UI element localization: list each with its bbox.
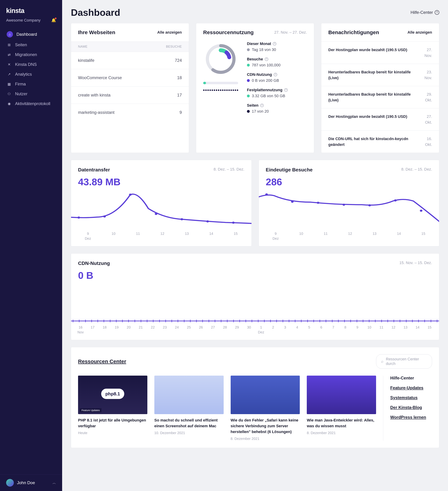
resource-center-card: Ressourcen Center ⌕ Ressourcen Center du… xyxy=(71,347,439,448)
nav-item-seiten[interactable]: ⊞Seiten xyxy=(3,40,59,50)
resource-link[interactable]: Feature-Updates xyxy=(390,385,432,390)
usage-stat: Dieser Monat?Tag 18 von 30 xyxy=(247,41,307,52)
resource-search-input[interactable]: ⌕ Ressourcen Center durch xyxy=(376,354,432,368)
nav-icon: ✕ xyxy=(7,62,11,67)
usage-donut xyxy=(203,41,238,76)
svg-point-5 xyxy=(103,215,106,217)
nav-item-kinsta-dns[interactable]: ✕Kinsta DNS xyxy=(3,59,59,69)
nav-icon: ⇄ xyxy=(7,52,11,57)
info-icon[interactable]: ? xyxy=(274,73,277,76)
article-card[interactable]: Wie du den Fehler „Safari kann keine sic… xyxy=(231,376,300,441)
article-card[interactable]: So machst du schnell und effizient einen… xyxy=(154,376,224,441)
nav-icon: ⚇ xyxy=(7,91,11,96)
usage-stat: Festplattennutzung?3.32 GB von 50 GB xyxy=(247,88,307,98)
nav: ⌂Dashboard⊞Seiten⇄Migrationen✕Kinsta DNS… xyxy=(0,27,62,474)
usage-stat: Besuche?787 von 100,000 xyxy=(247,57,307,67)
resource-link[interactable]: Der Kinsta-Blog xyxy=(390,405,432,410)
nav-item-firma[interactable]: ▦Firma xyxy=(3,79,59,89)
help-icon: ? xyxy=(435,10,439,15)
svg-point-12 xyxy=(291,201,294,203)
site-row[interactable]: kinstalife724 xyxy=(71,52,189,69)
pages-dots xyxy=(203,89,238,91)
resource-center-title[interactable]: Ressourcen Center xyxy=(78,359,126,364)
article-card[interactable]: php8.1Feature UpdatesPHP 8.1 ist jetzt f… xyxy=(78,376,147,441)
uniques-card: Eindeutige Besuche 8. Dez. – 15. Dez. 28… xyxy=(259,160,439,246)
info-icon[interactable]: ? xyxy=(284,88,288,92)
company-name[interactable]: Awesome Company xyxy=(6,18,40,23)
svg-point-9 xyxy=(206,220,209,222)
avatar xyxy=(6,479,14,487)
bell-icon[interactable]: 🔔 xyxy=(51,18,56,23)
svg-point-13 xyxy=(317,202,319,204)
usage-card: Ressourcennutzung 27. Nov. – 27. Dez. xyxy=(196,23,314,153)
site-row[interactable]: create with kinsta17 xyxy=(71,86,189,104)
nav-icon: ⌂ xyxy=(7,31,13,38)
nav-item-analytics[interactable]: ↗Analytics xyxy=(3,69,59,79)
svg-point-6 xyxy=(129,193,132,196)
transfer-card: Datentransfer 8. Dez. – 15. Dez. 43.89 M… xyxy=(71,160,252,246)
svg-point-17 xyxy=(420,210,422,212)
notifications-title: Benachrichtigungen xyxy=(328,29,379,35)
uniques-date: 8. Dez. – 15. Dez. xyxy=(401,167,432,172)
svg-point-16 xyxy=(394,199,397,201)
search-icon: ⌕ xyxy=(381,359,384,364)
notification-row[interactable]: Die CDN-URL hat sich für kinstacdn-keycd… xyxy=(321,131,439,153)
info-icon[interactable]: ? xyxy=(273,42,276,46)
notification-row[interactable]: Herunterladbares Backup bereit für kinst… xyxy=(321,64,439,86)
resource-link[interactable]: WordPress lernen xyxy=(390,415,432,420)
site-row[interactable]: marketing-assistant9 xyxy=(71,104,189,121)
transfer-chart xyxy=(71,189,251,228)
info-icon[interactable]: ? xyxy=(265,57,268,61)
help-center-link[interactable]: Hilfe-Center ? xyxy=(411,10,439,15)
uniques-title: Eindeutige Besuche xyxy=(266,167,313,173)
resource-link[interactable]: Hilfe-Center xyxy=(390,376,432,380)
usage-stat: CDN-Nutzung?0 B von 200 GB xyxy=(247,72,307,83)
svg-point-15 xyxy=(368,204,371,207)
cdn-value: 0 B xyxy=(71,266,439,283)
svg-point-14 xyxy=(342,204,345,206)
page-title: Dashboard xyxy=(71,7,120,18)
user-row[interactable]: John Doe ︿ xyxy=(0,474,62,491)
col-visits: BESUCHE xyxy=(166,45,182,48)
nav-icon: ▦ xyxy=(7,82,11,86)
usage-stat: Seiten?17 von 20 xyxy=(247,103,307,114)
nav-icon: ↗ xyxy=(7,72,11,77)
sites-all-link[interactable]: Alle anzeigen xyxy=(157,30,182,35)
nav-item-aktivitätenprotokoll[interactable]: ◉Aktivitätenprotokoll xyxy=(3,99,59,109)
notification-row[interactable]: Der Hostingplan wurde bezahlt (190.5 USD… xyxy=(321,41,439,64)
svg-point-10 xyxy=(232,222,235,224)
cdn-date: 15. Nov. – 15. Dez. xyxy=(399,261,432,265)
svg-point-11 xyxy=(265,193,268,195)
username: John Doe xyxy=(17,480,35,485)
svg-point-8 xyxy=(181,218,183,220)
col-name: NAME xyxy=(78,45,88,48)
transfer-value: 43.89 MB xyxy=(71,173,251,189)
notifications-all-link[interactable]: Alle anzeigen xyxy=(407,30,432,35)
info-icon[interactable]: ? xyxy=(260,104,264,107)
sidebar: kinsta Awesome Company 🔔 ⌂Dashboard⊞Seit… xyxy=(0,0,62,491)
svg-point-4 xyxy=(78,217,80,218)
chevron-up-icon: ︿ xyxy=(53,481,56,485)
cdn-card: CDN-Nutzung 15. Nov. – 15. Dez. 0 B 16No… xyxy=(71,253,439,340)
notification-row[interactable]: Der Hostingplan wurde bezahlt (190.5 USD… xyxy=(321,108,439,131)
sites-card: Ihre Webseiten Alle anzeigen NAME BESUCH… xyxy=(71,23,189,153)
nav-item-migrationen[interactable]: ⇄Migrationen xyxy=(3,50,59,59)
uniques-chart xyxy=(259,189,439,228)
disk-bar xyxy=(203,82,238,84)
usage-title: Ressourcennutzung xyxy=(203,29,254,35)
sites-title: Ihre Webseiten xyxy=(78,29,115,35)
notifications-card: Benachrichtigungen Alle anzeigen Der Hos… xyxy=(321,23,439,153)
cdn-title: CDN-Nutzung xyxy=(78,261,110,266)
svg-point-7 xyxy=(155,213,157,215)
transfer-title: Datentransfer xyxy=(78,167,110,173)
transfer-date: 8. Dez. – 15. Dez. xyxy=(213,167,244,172)
cdn-chart xyxy=(71,288,439,321)
nav-item-dashboard[interactable]: ⌂Dashboard xyxy=(3,29,59,40)
uniques-value: 286 xyxy=(259,173,439,189)
article-card[interactable]: Wie man Java-Entwickler wird: Alles, was… xyxy=(307,376,376,441)
nav-icon: ⊞ xyxy=(7,42,11,47)
nav-item-nutzer[interactable]: ⚇Nutzer xyxy=(3,89,59,99)
notification-row[interactable]: Herunterladbares Backup bereit für kinst… xyxy=(321,86,439,108)
site-row[interactable]: WooCommerce Course18 xyxy=(71,69,189,86)
resource-link[interactable]: Systemstatus xyxy=(390,395,432,400)
